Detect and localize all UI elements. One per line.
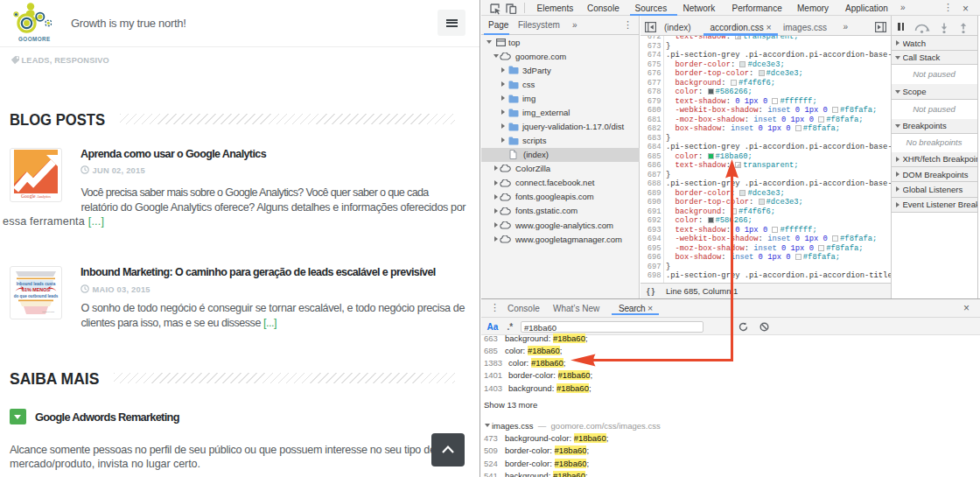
svg-text:do que outbound leads: do que outbound leads xyxy=(14,294,59,298)
svg-text:hubspot data: hubspot data xyxy=(42,311,54,313)
svg-text:Inbound leads custa: Inbound leads custa xyxy=(17,282,56,286)
svg-text:61% MENOS: 61% MENOS xyxy=(22,287,50,292)
